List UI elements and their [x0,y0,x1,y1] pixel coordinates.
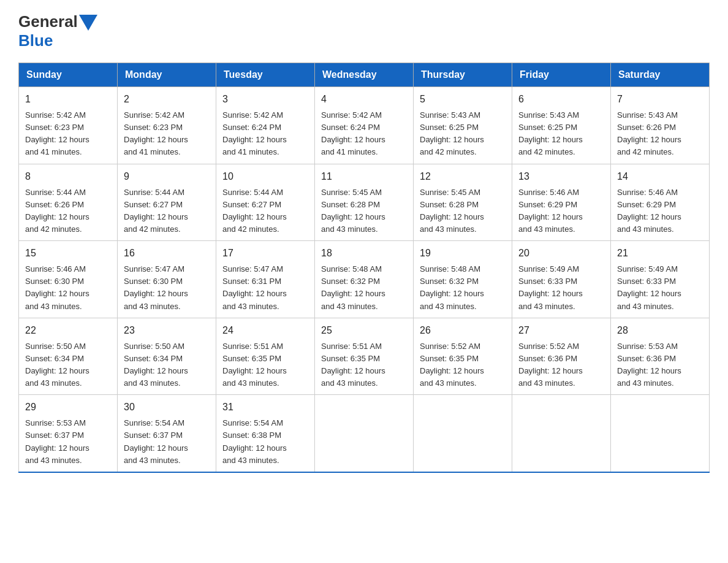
calendar-day-cell: 13 Sunrise: 5:46 AMSunset: 6:29 PMDaylig… [512,164,611,241]
day-number: 3 [222,92,308,107]
day-number: 11 [321,169,407,184]
calendar-day-cell: 11 Sunrise: 5:45 AMSunset: 6:28 PMDaylig… [315,164,414,241]
calendar-day-cell: 5 Sunrise: 5:43 AMSunset: 6:25 PMDayligh… [414,87,512,164]
calendar-header-row: SundayMondayTuesdayWednesdayThursdayFrid… [19,63,710,87]
day-number: 5 [420,92,506,107]
calendar-day-cell: 8 Sunrise: 5:44 AMSunset: 6:26 PMDayligh… [19,164,118,241]
day-number: 16 [124,246,210,261]
day-number: 24 [222,323,308,338]
weekday-header-friday: Friday [512,63,611,87]
day-info: Sunrise: 5:47 AMSunset: 6:31 PMDaylight:… [222,264,287,310]
calendar-day-cell: 27 Sunrise: 5:52 AMSunset: 6:36 PMDaylig… [512,318,611,395]
day-info: Sunrise: 5:42 AMSunset: 6:24 PMDaylight:… [321,110,385,156]
day-number: 4 [321,92,407,107]
day-info: Sunrise: 5:44 AMSunset: 6:27 PMDaylight:… [222,188,287,234]
calendar-day-cell: 19 Sunrise: 5:48 AMSunset: 6:32 PMDaylig… [414,241,512,318]
weekday-header-thursday: Thursday [414,63,512,87]
weekday-header-saturday: Saturday [611,63,710,87]
day-number: 31 [222,400,308,415]
calendar-week-row: 1 Sunrise: 5:42 AMSunset: 6:23 PMDayligh… [19,87,710,164]
day-info: Sunrise: 5:47 AMSunset: 6:30 PMDaylight:… [124,264,188,310]
calendar-day-cell: 24 Sunrise: 5:51 AMSunset: 6:35 PMDaylig… [216,318,315,395]
calendar-day-cell: 21 Sunrise: 5:49 AMSunset: 6:33 PMDaylig… [611,241,710,318]
day-number: 29 [25,400,111,415]
calendar-day-cell [414,395,512,472]
day-info: Sunrise: 5:46 AMSunset: 6:29 PMDaylight:… [518,188,583,234]
calendar-day-cell: 17 Sunrise: 5:47 AMSunset: 6:31 PMDaylig… [216,241,315,318]
calendar-day-cell: 26 Sunrise: 5:52 AMSunset: 6:35 PMDaylig… [414,318,512,395]
weekday-header-monday: Monday [118,63,216,87]
day-info: Sunrise: 5:44 AMSunset: 6:26 PMDaylight:… [25,188,89,234]
day-number: 28 [617,323,703,338]
day-number: 22 [25,323,111,338]
day-number: 27 [518,323,604,338]
day-info: Sunrise: 5:48 AMSunset: 6:32 PMDaylight:… [321,264,385,310]
calendar-day-cell: 18 Sunrise: 5:48 AMSunset: 6:32 PMDaylig… [315,241,414,318]
calendar-day-cell [315,395,414,472]
day-number: 2 [124,92,210,107]
day-number: 21 [617,246,703,261]
day-number: 7 [617,92,703,107]
day-number: 13 [518,169,604,184]
day-info: Sunrise: 5:45 AMSunset: 6:28 PMDaylight:… [420,188,484,234]
logo-text-blue: Blue [18,31,53,50]
calendar-day-cell: 2 Sunrise: 5:42 AMSunset: 6:23 PMDayligh… [118,87,216,164]
calendar-day-cell: 10 Sunrise: 5:44 AMSunset: 6:27 PMDaylig… [216,164,315,241]
day-number: 18 [321,246,407,261]
day-number: 20 [518,246,604,261]
weekday-header-sunday: Sunday [19,63,118,87]
day-info: Sunrise: 5:53 AMSunset: 6:36 PMDaylight:… [617,342,681,388]
calendar-day-cell: 25 Sunrise: 5:51 AMSunset: 6:35 PMDaylig… [315,318,414,395]
day-info: Sunrise: 5:49 AMSunset: 6:33 PMDaylight:… [617,264,681,310]
day-number: 26 [420,323,506,338]
calendar-day-cell: 20 Sunrise: 5:49 AMSunset: 6:33 PMDaylig… [512,241,611,318]
day-info: Sunrise: 5:50 AMSunset: 6:34 PMDaylight:… [124,342,188,388]
calendar-day-cell: 29 Sunrise: 5:53 AMSunset: 6:37 PMDaylig… [19,395,118,472]
day-number: 19 [420,246,506,261]
calendar-day-cell: 7 Sunrise: 5:43 AMSunset: 6:26 PMDayligh… [611,87,710,164]
day-number: 12 [420,169,506,184]
calendar-day-cell: 16 Sunrise: 5:47 AMSunset: 6:30 PMDaylig… [118,241,216,318]
page-header: General Blue [18,12,710,50]
day-number: 17 [222,246,308,261]
svg-marker-0 [79,15,97,31]
day-number: 6 [518,92,604,107]
day-number: 10 [222,169,308,184]
calendar-day-cell: 31 Sunrise: 5:54 AMSunset: 6:38 PMDaylig… [216,395,315,472]
day-info: Sunrise: 5:48 AMSunset: 6:32 PMDaylight:… [420,264,484,310]
calendar-day-cell: 28 Sunrise: 5:53 AMSunset: 6:36 PMDaylig… [611,318,710,395]
calendar-day-cell: 14 Sunrise: 5:46 AMSunset: 6:29 PMDaylig… [611,164,710,241]
day-info: Sunrise: 5:42 AMSunset: 6:23 PMDaylight:… [25,110,89,156]
day-info: Sunrise: 5:51 AMSunset: 6:35 PMDaylight:… [321,342,385,388]
calendar-day-cell: 22 Sunrise: 5:50 AMSunset: 6:34 PMDaylig… [19,318,118,395]
logo-text-general: General [18,12,78,31]
calendar-day-cell: 12 Sunrise: 5:45 AMSunset: 6:28 PMDaylig… [414,164,512,241]
day-number: 8 [25,169,111,184]
day-info: Sunrise: 5:43 AMSunset: 6:26 PMDaylight:… [617,110,681,156]
day-number: 30 [124,400,210,415]
calendar-day-cell: 23 Sunrise: 5:50 AMSunset: 6:34 PMDaylig… [118,318,216,395]
calendar-day-cell: 4 Sunrise: 5:42 AMSunset: 6:24 PMDayligh… [315,87,414,164]
day-info: Sunrise: 5:54 AMSunset: 6:38 PMDaylight:… [222,418,287,464]
day-number: 15 [25,246,111,261]
day-info: Sunrise: 5:43 AMSunset: 6:25 PMDaylight:… [420,110,484,156]
calendar-day-cell: 9 Sunrise: 5:44 AMSunset: 6:27 PMDayligh… [118,164,216,241]
day-info: Sunrise: 5:44 AMSunset: 6:27 PMDaylight:… [124,188,188,234]
calendar-day-cell: 1 Sunrise: 5:42 AMSunset: 6:23 PMDayligh… [19,87,118,164]
calendar-day-cell: 6 Sunrise: 5:43 AMSunset: 6:25 PMDayligh… [512,87,611,164]
day-number: 1 [25,92,111,107]
weekday-header-wednesday: Wednesday [315,63,414,87]
day-info: Sunrise: 5:51 AMSunset: 6:35 PMDaylight:… [222,342,287,388]
day-number: 25 [321,323,407,338]
day-info: Sunrise: 5:42 AMSunset: 6:24 PMDaylight:… [222,110,287,156]
calendar-day-cell: 30 Sunrise: 5:54 AMSunset: 6:37 PMDaylig… [118,395,216,472]
day-number: 14 [617,169,703,184]
logo-triangle-icon [79,15,97,31]
calendar-day-cell [611,395,710,472]
day-info: Sunrise: 5:46 AMSunset: 6:29 PMDaylight:… [617,188,681,234]
logo: General Blue [18,12,97,50]
day-number: 9 [124,169,210,184]
day-info: Sunrise: 5:52 AMSunset: 6:36 PMDaylight:… [518,342,583,388]
calendar-day-cell [512,395,611,472]
calendar-week-row: 15 Sunrise: 5:46 AMSunset: 6:30 PMDaylig… [19,241,710,318]
